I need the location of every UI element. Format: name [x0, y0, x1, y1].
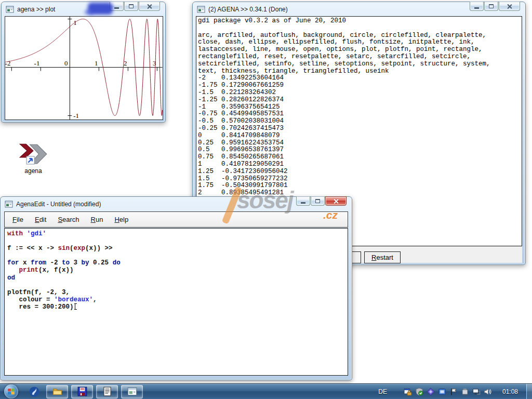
- function-plot: -2-101231-1: [5, 17, 163, 119]
- device-icon[interactable]: [461, 388, 469, 396]
- minimize-icon: [301, 202, 305, 204]
- editor-code[interactable]: with 'gdi'f := << x -> sin(exp(x)) >>for…: [4, 228, 348, 376]
- shield-check-icon[interactable]: [415, 388, 423, 396]
- maximize-button[interactable]: [311, 196, 325, 206]
- desktop: { "desktop": { "background": "#ffffff" }…: [0, 0, 532, 399]
- svg-text:-1: -1: [73, 112, 79, 119]
- terminal-line: 0.25 0.95916224353754: [198, 140, 522, 147]
- desktop-shortcut-label: agena: [14, 167, 53, 175]
- terminal-line: gdi package v0.3.2 as of June 20, 2010: [198, 18, 522, 25]
- locked-app-icon[interactable]: [404, 388, 412, 396]
- clock[interactable]: 01:08: [502, 388, 518, 395]
- terminal-line: -1 0.3596375654125: [198, 104, 522, 111]
- code-line: [7, 237, 348, 245]
- minimize-button[interactable]: [296, 196, 310, 206]
- minimize-icon: [114, 7, 119, 9]
- volume-icon[interactable]: [484, 388, 492, 396]
- code-line: od: [7, 274, 348, 282]
- editor-window-title: AgenaEdit - Untitled (modified): [16, 201, 101, 208]
- close-button[interactable]: [325, 196, 347, 206]
- app-box-icon[interactable]: [438, 388, 446, 396]
- app-window-icon: [197, 5, 205, 13]
- terminal-line: 0.5 0.99696538761397: [198, 147, 522, 154]
- agenaedit-window: AgenaEdit - Untitled (modified) FileEdit…: [0, 196, 352, 380]
- menu-item-run[interactable]: Run: [86, 214, 108, 225]
- code-line: [7, 252, 348, 259]
- agena-shortcut-icon: [19, 142, 48, 166]
- taskbar-button-explorer-folder-icon[interactable]: [46, 385, 68, 398]
- floppy-save-icon: [77, 387, 87, 396]
- tray-icons: [404, 388, 492, 396]
- terminal-line: rectanglefilled, reset, resetpalette, se…: [198, 54, 522, 61]
- restart-button[interactable]: Restart: [364, 251, 401, 263]
- app-window-icon: [6, 5, 14, 13]
- svg-text:-1: -1: [34, 60, 40, 67]
- code-line: plotfn(f, -2, 3,: [7, 289, 348, 296]
- plot-window: agena >> plot -2-101231-1: [1, 2, 166, 123]
- terminal-line: -0.5 0.57002038031004: [198, 118, 522, 125]
- terminal-line: 0 0.8414709848079: [198, 132, 522, 140]
- code-line: print(x, f(x)): [7, 267, 348, 274]
- windows-flag-icon: [7, 388, 15, 395]
- taskbar-buttons: [46, 385, 143, 398]
- console-window-title: (2) AGENA >> 0.34.1 (Done): [208, 6, 288, 13]
- console-window-icon: [127, 387, 137, 396]
- taskbar-button-document-icon[interactable]: [96, 385, 118, 398]
- close-icon: [147, 4, 152, 9]
- terminal-line: [198, 25, 522, 32]
- menu-item-edit[interactable]: Edit: [30, 214, 51, 225]
- terminal-line: -2 0.13492253604164: [198, 75, 522, 82]
- terminal-line: 2 0.89385495491281: [198, 190, 522, 197]
- terminal-line: arc, arcfilled, autoflush, background, c…: [198, 32, 522, 39]
- diamond-icon[interactable]: [427, 388, 435, 396]
- start-button[interactable]: [4, 384, 18, 398]
- terminal-line: 1.25 -0.34172360956042: [198, 168, 522, 176]
- network-icon[interactable]: [472, 388, 481, 396]
- terminal-line: 1 0.41078129050291: [198, 161, 522, 168]
- code-line: colour = 'bordeaux',: [7, 296, 348, 303]
- terminal-line: 0.75 0.85450265687061: [198, 154, 522, 161]
- terminal-line: setcirclefilled, setinfo, setline, setop…: [198, 61, 522, 68]
- svg-text:0: 0: [64, 60, 68, 67]
- minimize-icon: [474, 7, 479, 9]
- close-button[interactable]: [499, 2, 520, 11]
- editor-menubar: FileEditSearchRunHelp: [4, 211, 348, 228]
- menu-item-search[interactable]: Search: [53, 214, 84, 225]
- menu-item-file[interactable]: File: [8, 214, 28, 225]
- terminal-line: text, thickness, triangle, trianglefille…: [198, 68, 522, 75]
- desktop-shortcut-agena[interactable]: agena: [14, 142, 53, 175]
- terminal-line: lastaccessed, line, mouse, open, options…: [198, 46, 522, 54]
- terminal-line: -1.75 0.17290067661259: [198, 82, 522, 89]
- plot-window-title: agena >> plot: [17, 6, 55, 13]
- app-window-icon: [5, 200, 13, 208]
- show-desktop-button[interactable]: [526, 384, 532, 399]
- terminal-line: 1.5 -0.97350659277232: [198, 176, 522, 183]
- close-button[interactable]: [139, 2, 160, 11]
- plot-canvas: -2-101231-1: [5, 16, 163, 120]
- menu-item-help[interactable]: Help: [110, 214, 133, 225]
- svg-text:-2: -2: [5, 60, 10, 67]
- code-line: with 'gdi': [7, 230, 348, 237]
- plot-window-titlebar[interactable]: agena >> plot: [2, 2, 165, 16]
- console-window-titlebar[interactable]: (2) AGENA >> 0.34.1 (Done): [193, 2, 525, 16]
- action-flag-icon[interactable]: [449, 388, 458, 396]
- censored-smudge: [85, 10, 93, 15]
- code-line: for x from -2 to 3 by 0.25 do: [7, 259, 348, 267]
- terminal-line: -1.25 0.28260122826374: [198, 97, 522, 104]
- close-icon: [334, 198, 339, 204]
- terminal-line: -1.5 0.221283264302: [198, 89, 522, 97]
- editor-window-titlebar[interactable]: AgenaEdit - Untitled (modified): [1, 197, 352, 211]
- maximize-button[interactable]: [484, 2, 498, 11]
- taskbar: DE 01:08: [0, 383, 532, 399]
- maximize-button[interactable]: [124, 2, 138, 11]
- language-indicator[interactable]: DE: [378, 388, 387, 395]
- taskbar-button-floppy-save-icon[interactable]: [71, 385, 93, 398]
- taskbar-button-console-window-icon[interactable]: [121, 385, 143, 398]
- program-swirl-icon[interactable]: [29, 386, 40, 397]
- svg-text:1: 1: [95, 60, 98, 67]
- code-line: [7, 282, 348, 289]
- terminal-line: -0.75 0.45499495857531: [198, 111, 522, 118]
- close-icon: [507, 4, 512, 9]
- minimize-button[interactable]: [470, 2, 484, 11]
- system-tray: DE 01:08: [378, 384, 532, 399]
